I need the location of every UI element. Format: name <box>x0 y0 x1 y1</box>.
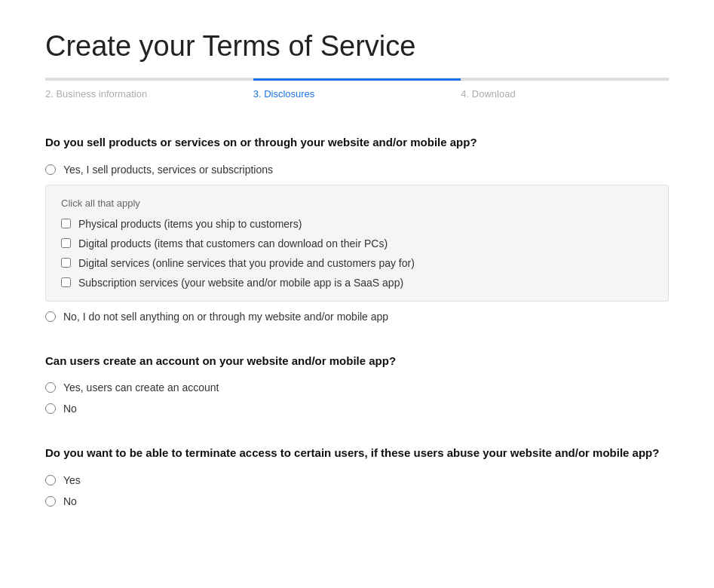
option-account-no[interactable]: No <box>45 403 669 415</box>
label-sell-no: No, I do not sell anything on or through… <box>63 311 388 323</box>
option-terminate-yes[interactable]: Yes <box>45 474 669 486</box>
page-title: Create your Terms of Service <box>45 30 669 63</box>
checkbox-subgroup-sell: Click all that apply Physical products (… <box>45 185 669 302</box>
label-subscription: Subscription services (your website and/… <box>78 277 403 289</box>
checkbox-digital-services[interactable]: Digital services (online services that y… <box>61 257 653 269</box>
label-account-no: No <box>63 403 77 415</box>
radio-account-yes[interactable] <box>45 382 56 393</box>
step-disclosures[interactable]: 3. Disclosures <box>253 78 461 107</box>
label-physical: Physical products (items you ship to cus… <box>78 218 302 230</box>
option-sell-yes[interactable]: Yes, I sell products, services or subscr… <box>45 164 669 176</box>
section-terminate-access: Do you want to be able to terminate acce… <box>45 445 669 507</box>
step-download[interactable]: 4. Download <box>461 78 669 107</box>
stepper: 2. Business information 3. Disclosures 4… <box>45 78 669 107</box>
label-terminate-yes: Yes <box>63 474 81 486</box>
radio-account-no[interactable] <box>45 403 56 414</box>
label-digital-products: Digital products (items that customers c… <box>78 237 388 250</box>
question-terminate-access: Do you want to be able to terminate acce… <box>45 445 669 462</box>
checkbox-digital-products-input[interactable] <box>61 238 71 248</box>
option-sell-no[interactable]: No, I do not sell anything on or through… <box>45 311 669 323</box>
option-account-yes[interactable]: Yes, users can create an account <box>45 381 669 394</box>
step-business-info[interactable]: 2. Business information <box>45 78 253 107</box>
radio-terminate-yes[interactable] <box>45 475 56 485</box>
checkbox-physical[interactable]: Physical products (items you ship to cus… <box>61 218 653 230</box>
checkbox-physical-input[interactable] <box>61 219 71 228</box>
page-wrapper: Create your Terms of Service 2. Business… <box>0 0 714 568</box>
label-account-yes: Yes, users can create an account <box>63 381 219 394</box>
question-sell-products: Do you sell products or services on or t… <box>45 134 669 152</box>
checkbox-subscription[interactable]: Subscription services (your website and/… <box>61 277 653 289</box>
label-digital-services: Digital services (online services that y… <box>78 257 415 269</box>
radio-sell-yes[interactable] <box>45 164 56 175</box>
checkbox-subscription-input[interactable] <box>61 277 71 287</box>
checkbox-digital-products[interactable]: Digital products (items that customers c… <box>61 237 653 250</box>
radio-sell-no[interactable] <box>45 311 56 322</box>
label-sell-yes: Yes, I sell products, services or subscr… <box>63 164 273 176</box>
checkbox-digital-services-input[interactable] <box>61 258 71 268</box>
subgroup-label: Click all that apply <box>61 198 653 209</box>
section-create-account: Can users create an account on your webs… <box>45 353 669 415</box>
label-terminate-no: No <box>63 495 77 507</box>
option-terminate-no[interactable]: No <box>45 495 669 507</box>
question-create-account: Can users create an account on your webs… <box>45 353 669 370</box>
radio-terminate-no[interactable] <box>45 496 56 507</box>
section-sell-products: Do you sell products or services on or t… <box>45 134 669 323</box>
